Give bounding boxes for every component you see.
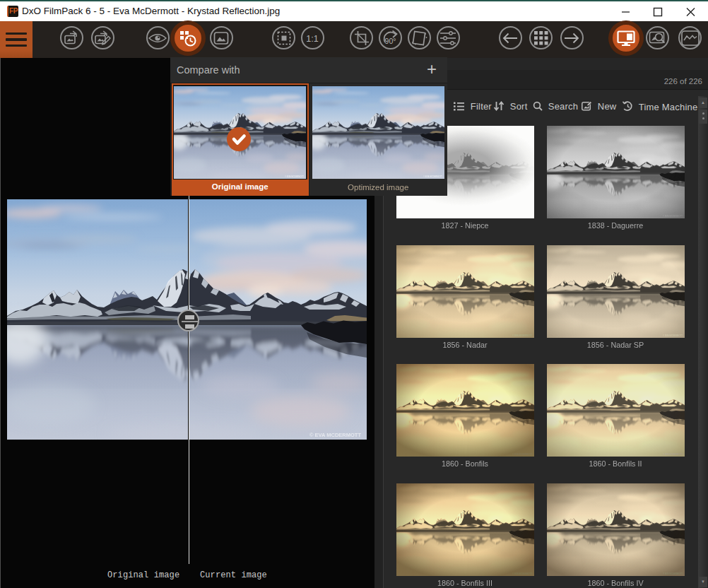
- svg-text:90°: 90°: [384, 36, 396, 45]
- svg-text:1:1: 1:1: [307, 33, 319, 43]
